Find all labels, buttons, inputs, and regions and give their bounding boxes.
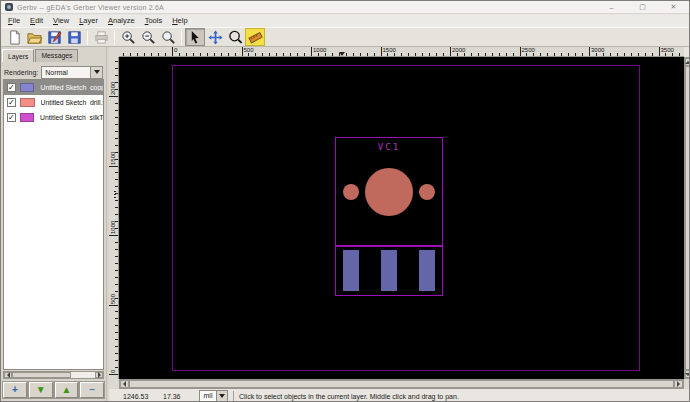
scroll-up-button[interactable] <box>685 58 690 66</box>
move-layer-up-button[interactable]: ▲ <box>55 382 79 398</box>
ruler-tick <box>346 53 347 56</box>
units-combo-button[interactable] <box>217 390 228 402</box>
pan-arrows-icon <box>208 30 223 45</box>
pad-circle <box>365 168 413 216</box>
layer-row[interactable]: ✓Untitled Sketch_drill.t <box>4 95 103 110</box>
ruler-tick <box>115 186 118 187</box>
ruler-tick <box>325 53 326 56</box>
scroll-right-button[interactable] <box>95 372 103 378</box>
menu-edit[interactable]: Edit <box>25 15 48 27</box>
layer-list: ✓Untitled Sketch_copp✓Untitled Sketch_dr… <box>3 79 104 370</box>
print-icon <box>94 30 109 45</box>
zoom-select-tool-button[interactable] <box>225 28 245 46</box>
minimize-button[interactable]: – <box>596 1 627 13</box>
open-button[interactable] <box>24 28 44 46</box>
ruler-tick <box>575 53 576 56</box>
ruler-tick <box>401 53 402 56</box>
measure-tool-button[interactable] <box>245 28 265 46</box>
tab-messages[interactable]: Messages <box>35 49 78 62</box>
window-title: Gerbv -- gEDA's Gerber Viewer version 2.… <box>17 4 164 11</box>
ruler-tick <box>513 53 514 56</box>
ruler-tick <box>115 89 118 90</box>
cursor-position-marker <box>339 52 345 56</box>
layer-color-swatch[interactable] <box>20 83 35 92</box>
layer-list-hscrollbar[interactable] <box>3 371 104 379</box>
tab-layers[interactable]: Layers <box>2 49 34 62</box>
ruler-tick <box>115 367 118 368</box>
close-button[interactable]: ✕ <box>658 1 689 13</box>
ruler-label: 0 <box>110 370 116 373</box>
canvas-vscrollbar[interactable] <box>684 57 690 379</box>
layer-visibility-checkbox[interactable]: ✓ <box>7 83 16 92</box>
scroll-down-button[interactable] <box>685 370 690 378</box>
ruler-tick <box>115 145 118 146</box>
rendering-combo-button[interactable] <box>90 67 102 78</box>
ruler-tick <box>115 110 118 111</box>
chevron-down-icon <box>94 70 100 74</box>
menu-layer[interactable]: Layer <box>74 15 103 27</box>
canvas-hscrollbar[interactable] <box>119 379 684 389</box>
layer-color-swatch[interactable] <box>20 98 35 107</box>
new-document-icon <box>7 30 22 45</box>
ruler-tick <box>115 242 118 243</box>
component-reference-label: VC1 <box>359 142 419 152</box>
ruler-corner <box>109 47 119 57</box>
maximize-button[interactable]: ▢ <box>627 1 658 13</box>
print-button[interactable] <box>91 28 111 46</box>
layer-visibility-checkbox[interactable]: ✓ <box>7 113 16 122</box>
units-combo[interactable]: mil <box>199 390 228 402</box>
layer-row[interactable]: ✓Untitled Sketch_copp <box>4 80 103 95</box>
gerber-canvas[interactable]: VC1 <box>119 57 684 379</box>
ruler-tick <box>679 53 680 56</box>
ruler-tick <box>367 53 368 56</box>
ruler-tick <box>115 325 118 326</box>
ruler-tick <box>137 53 138 56</box>
scroll-left-button[interactable] <box>120 380 129 388</box>
layer-color-swatch[interactable] <box>20 113 34 122</box>
ruler-tick <box>151 53 152 56</box>
menu-view[interactable]: View <box>48 15 74 27</box>
open-folder-icon <box>27 30 42 45</box>
ruler-tick <box>109 96 118 97</box>
save-as-button[interactable] <box>44 28 64 46</box>
pointer-arrow-icon <box>188 30 203 45</box>
scroll-left-button[interactable] <box>4 372 12 378</box>
ruler-tick <box>115 138 118 139</box>
layer-row[interactable]: ✓Untitled Sketch_silkTo <box>4 110 103 125</box>
menu-file[interactable]: File <box>3 15 25 27</box>
rendering-combo[interactable]: Normal <box>41 66 103 79</box>
zoom-fit-button[interactable] <box>158 28 178 46</box>
ruler-tick <box>228 53 229 56</box>
move-layer-down-button[interactable]: ▼ <box>29 382 53 398</box>
menu-help[interactable]: Help <box>167 15 192 27</box>
menu-tools[interactable]: Tools <box>140 15 168 27</box>
ruler-tick <box>115 346 118 347</box>
statusbar: 1246.53 17.36 mil Click to select object… <box>109 389 689 402</box>
units-value: mil <box>199 390 217 402</box>
ruler-tick <box>115 75 118 76</box>
triangle-right-icon <box>98 372 101 378</box>
scroll-right-button[interactable] <box>674 380 683 388</box>
ruler-tick <box>115 360 118 361</box>
ruler-tick <box>248 53 249 56</box>
ruler-tick <box>262 53 263 56</box>
scrollbar-thumb[interactable] <box>12 372 71 378</box>
menu-analyze[interactable]: Analyze <box>103 15 140 27</box>
ruler-tick <box>207 53 208 56</box>
pan-tool-button[interactable] <box>205 28 225 46</box>
save-button[interactable] <box>64 28 84 46</box>
new-button[interactable] <box>4 28 24 46</box>
remove-layer-button[interactable]: − <box>80 382 104 398</box>
ruler-tick <box>115 332 118 333</box>
titlebar: Gerbv -- gEDA's Gerber Viewer version 2.… <box>1 1 689 14</box>
layer-name: Untitled Sketch_drill.t <box>41 99 103 106</box>
layer-visibility-checkbox[interactable]: ✓ <box>7 98 16 107</box>
ruler-tick <box>652 53 653 56</box>
scrollbar-thumb[interactable] <box>129 380 674 388</box>
scrollbar-thumb[interactable] <box>685 66 690 370</box>
add-layer-button[interactable]: + <box>3 382 27 398</box>
zoom-in-button[interactable] <box>118 28 138 46</box>
zoom-out-button[interactable] <box>138 28 158 46</box>
ruler-label: 0 <box>174 47 177 53</box>
pointer-tool-button[interactable] <box>185 28 205 46</box>
